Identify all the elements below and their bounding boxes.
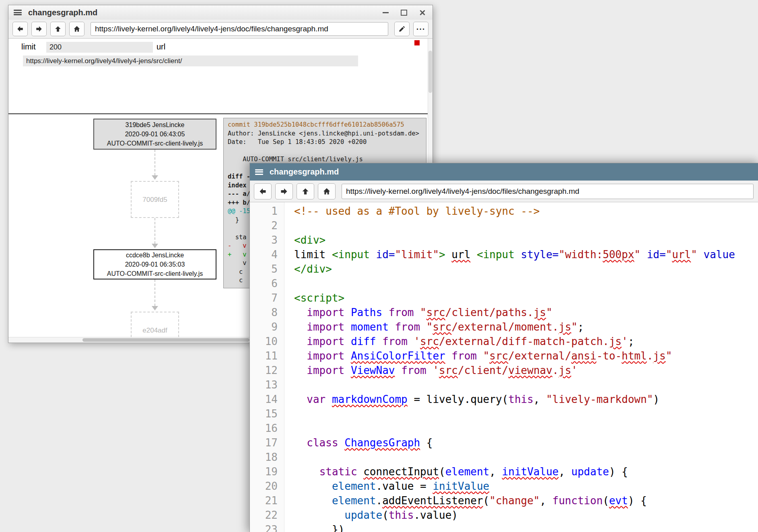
code-line[interactable]: }) [294, 522, 735, 532]
code-token: Paths [351, 306, 382, 318]
commit-node-label: 2020-09-01 06:35:03 [125, 260, 185, 269]
url-input[interactable] [23, 55, 358, 66]
arrow-down-icon [152, 306, 158, 310]
close-button[interactable] [419, 9, 426, 16]
commit-node-ccdce8b[interactable]: ccdce8b JensLincke2020-09-01 06:35:03AUT… [93, 249, 216, 279]
code-token: /external/diff-match-patch. [439, 335, 609, 347]
code-token [294, 350, 307, 362]
code-token: src [489, 350, 508, 362]
up-button[interactable] [297, 183, 314, 199]
home-button[interactable] [69, 22, 84, 36]
code-line[interactable]: import moment from "src/external/moment.… [294, 320, 735, 334]
commit-node-label: 7009fd5 [142, 195, 167, 204]
code-line[interactable]: </div> [294, 262, 735, 276]
code-token: ' [622, 335, 628, 347]
commit-node-7009fd5[interactable]: 7009fd5 [131, 181, 179, 218]
line-number: 21 [250, 493, 284, 508]
code-token: . [376, 495, 383, 507]
up-button[interactable] [50, 22, 66, 36]
code-line[interactable] [294, 276, 735, 291]
sync-indicator [414, 40, 420, 45]
code-lines[interactable]: <!-- used as a #Tool by lively-sync --> … [294, 204, 735, 532]
code-line[interactable]: import diff from 'src/external/diff-matc… [294, 334, 735, 349]
code-line[interactable]: element.value = initValue [294, 479, 735, 493]
code-token: ) [653, 393, 659, 405]
code-token: ' [414, 335, 420, 347]
commit-node-319bde5[interactable]: 319bde5 JensLincke2020-09-01 06:43:05AUT… [93, 119, 216, 150]
code-line[interactable]: import ViewNav from 'src/client/viewnav.… [294, 363, 735, 378]
code-token [389, 321, 395, 333]
code-line[interactable] [294, 407, 735, 421]
code-token: from [382, 335, 408, 347]
line-number: 17 [250, 435, 284, 450]
graph-edge [154, 218, 155, 244]
code-line[interactable] [294, 421, 735, 435]
code-token: AnsiColorFilter [351, 350, 445, 362]
window-menu-icon[interactable] [14, 10, 22, 15]
vertical-scrollbar-thumb[interactable] [428, 51, 432, 93]
code-token [697, 249, 704, 261]
code-token [325, 393, 332, 405]
code-line[interactable]: <div> [294, 233, 735, 247]
code-token [344, 335, 351, 347]
code-token: src [439, 364, 458, 376]
code-token [641, 249, 647, 261]
code-line[interactable]: update(this.value) [294, 508, 735, 522]
code-token: from [395, 321, 420, 333]
code-token: limit [294, 249, 332, 261]
commit-node-e204adf[interactable]: e204adf [131, 312, 179, 338]
code-token: <input [332, 249, 376, 261]
back-icon [259, 187, 267, 195]
code-token: style= [521, 249, 559, 261]
titlebar[interactable]: changesgraph.md [250, 163, 758, 181]
maximize-button[interactable] [400, 9, 408, 16]
code-line[interactable] [294, 450, 735, 464]
code-token: }) [294, 524, 344, 532]
code-line[interactable]: class ChangesGraph { [294, 435, 735, 450]
code-line[interactable]: <!-- used as a #Tool by lively-sync --> [294, 204, 735, 218]
code-token [408, 335, 414, 347]
limit-input[interactable] [46, 42, 153, 53]
window-title: changesgraph.md [28, 8, 97, 17]
forward-button[interactable] [275, 183, 293, 199]
code-token: . [552, 364, 559, 376]
home-button[interactable] [318, 183, 336, 199]
code-line[interactable]: var markdownComp = lively.query(this, "l… [294, 392, 735, 407]
code-token: ( [439, 466, 445, 478]
code-line[interactable]: element.addEventListener("change", funct… [294, 493, 735, 508]
code-token [420, 321, 426, 333]
window-menu-icon[interactable] [255, 169, 263, 175]
code-token [344, 364, 351, 376]
code-token: html [622, 350, 647, 362]
code-line[interactable]: import AnsiColorFilter from "src/externa… [294, 349, 735, 363]
titlebar[interactable]: changesgraph.md [8, 5, 433, 20]
code-token: </div> [294, 263, 332, 275]
code-token [344, 306, 351, 318]
code-token: import [307, 364, 344, 376]
code-editor[interactable]: 1234567891011121314151617181920212223 <!… [250, 202, 758, 532]
code-token: /external/moment. [451, 321, 558, 333]
code-line[interactable]: import Paths from "src/client/paths.js" [294, 305, 735, 320]
edit-button[interactable] [394, 22, 410, 36]
address-input[interactable] [91, 22, 388, 36]
line-number: 16 [250, 421, 284, 435]
commit-node-label: e204adf [142, 326, 167, 335]
address-input[interactable] [342, 184, 754, 199]
code-token [338, 437, 345, 449]
line-number: 4 [250, 247, 284, 262]
code-line[interactable]: <script> [294, 291, 735, 305]
code-token [477, 350, 483, 362]
code-line[interactable]: limit <input id="limit"> url <input styl… [294, 247, 735, 262]
line-number: 23 [250, 522, 284, 532]
more-button[interactable]: ... [413, 22, 428, 36]
code-line[interactable]: static connectInput(element, initValue, … [294, 464, 735, 479]
code-line[interactable] [294, 218, 735, 233]
code-line[interactable] [294, 378, 735, 392]
back-button[interactable] [12, 22, 28, 36]
code-token [294, 321, 307, 333]
back-button[interactable] [254, 183, 272, 199]
horizontal-scrollbar-thumb[interactable] [82, 338, 249, 342]
minimize-button[interactable] [382, 9, 389, 16]
code-token: value [704, 249, 735, 261]
forward-button[interactable] [31, 22, 47, 36]
